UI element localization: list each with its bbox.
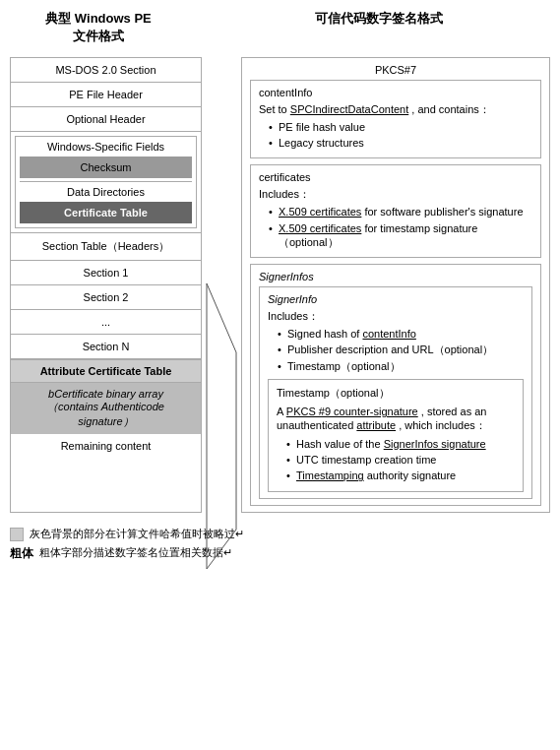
page: 典型 Windows PE 文件格式 可信代码数字签名格式 MS-DOS 2.0… <box>0 0 560 572</box>
checksum-row: Checksum <box>20 156 192 178</box>
legend-bold: 粗体 粗体字部分描述数字签名位置相关数据↵ <box>10 545 550 562</box>
windows-specific-label: Windows-Specific Fields <box>20 141 192 153</box>
pe-row-section1: Section 1 <box>11 261 201 285</box>
certificates-bullets: X.509 certificates for software publishe… <box>259 205 532 249</box>
right-title: 可信代码数字签名格式 <box>207 10 550 45</box>
pe-row-section-table: Section Table（Headers） <box>11 233 201 261</box>
signer-info-bullets: Signed hash of contentInfo Publisher des… <box>268 327 524 373</box>
timestamp-title: Timestamp（optional） <box>277 386 515 401</box>
gray-box <box>10 528 24 541</box>
pe-row-file-header: PE File Header <box>11 83 201 107</box>
svg-line-1 <box>207 530 236 569</box>
data-dir-row: Data Directories <box>20 181 192 202</box>
pe-row-remaining: Remaining content <box>11 434 201 458</box>
connector <box>202 57 241 512</box>
certificates-label: certificates <box>259 171 532 183</box>
timestamp-box: Timestamp（optional） A PKCS #9 counter-si… <box>268 379 524 491</box>
svg-line-0 <box>207 283 236 352</box>
content-info-section: contentInfo Set to SPCIndirectDataConten… <box>250 80 541 158</box>
pe-row-ellipsis: ... <box>11 310 201 335</box>
certificates-intro: Includes： <box>259 187 532 202</box>
signer-info-label: SignerInfo <box>268 293 524 305</box>
bullet-cert2: X.509 certificates for timestamp signatu… <box>269 221 532 250</box>
ts-bullet2: UTC timestamp creation time <box>286 453 515 467</box>
timestamp-bullets: Hash value of the SignerInfos signature … <box>277 437 515 483</box>
bold-label: 粗体 <box>10 545 33 562</box>
connector-svg <box>202 57 241 648</box>
bullet-pe-hash: PE file hash value <box>269 120 532 134</box>
bullet-publisher: Publisher description and URL（optional） <box>278 343 524 356</box>
pkcs7-title: PKCS#7 <box>250 64 541 76</box>
signer-infos-label: SignerInfos <box>259 271 532 282</box>
spc-link: SPCIndirectDataContent <box>290 103 408 115</box>
pkcs-column: PKCS#7 contentInfo Set to SPCIndirectDat… <box>241 57 550 512</box>
main-content: MS-DOS 2.0 Section PE File Header Option… <box>10 57 550 512</box>
content-info-desc: Set to SPCIndirectDataContent , and cont… <box>259 102 532 116</box>
bullet-signed-hash: Signed hash of contentInfo <box>278 327 524 341</box>
ts-bullet3: Timestamping authority signature <box>286 469 515 482</box>
pe-row-optional-header: Optional Header <box>11 107 201 132</box>
signer-info-inner: SignerInfo Includes： Signed hash of cont… <box>259 286 532 498</box>
content-info-bullets: PE file hash value Legacy structures <box>259 120 532 151</box>
pe-column: MS-DOS 2.0 Section PE File Header Option… <box>10 57 202 512</box>
cert-table-row: Certificate Table <box>20 202 192 223</box>
header-row: 典型 Windows PE 文件格式 可信代码数字签名格式 <box>10 10 550 45</box>
attr-cert-row: Attribute Certificate Table <box>11 359 201 382</box>
left-title-line2: 文件格式 <box>10 28 187 45</box>
timestamp-desc: A PKCS #9 counter-signature , stored as … <box>277 405 515 433</box>
windows-specific-inner: Windows-Specific Fields Checksum Data Di… <box>15 136 197 228</box>
bullet-legacy: Legacy structures <box>269 136 532 150</box>
windows-specific-block: Windows-Specific Fields Checksum Data Di… <box>11 132 201 233</box>
legend-gray: 灰色背景的部分在计算文件哈希值时被略过↵ <box>10 527 550 541</box>
bcert-row: bCertificate binary array （contains Auth… <box>11 382 201 434</box>
pe-row-sectionn: Section N <box>11 335 201 359</box>
ts-bullet1: Hash value of the SignerInfos signature <box>286 437 515 451</box>
certificates-section: certificates Includes： X.509 certificate… <box>250 164 541 258</box>
pkcs7-box: PKCS#7 contentInfo Set to SPCIndirectDat… <box>241 57 550 512</box>
signer-infos-outer: SignerInfos SignerInfo Includes： Signed … <box>250 264 541 505</box>
left-title: 典型 Windows PE 文件格式 <box>10 10 187 45</box>
bullet-timestamp: Timestamp（optional） <box>278 359 524 373</box>
bullet-cert1: X.509 certificates for software publishe… <box>269 205 532 219</box>
left-title-line1: 典型 Windows PE <box>10 10 187 28</box>
signer-info-intro: Includes： <box>268 309 524 324</box>
pe-row-msdos: MS-DOS 2.0 Section <box>11 58 201 83</box>
pe-row-section2: Section 2 <box>11 285 201 310</box>
legend: 灰色背景的部分在计算文件哈希值时被略过↵ 粗体 粗体字部分描述数字签名位置相关数… <box>10 527 550 562</box>
content-info-label: contentInfo <box>259 87 532 98</box>
